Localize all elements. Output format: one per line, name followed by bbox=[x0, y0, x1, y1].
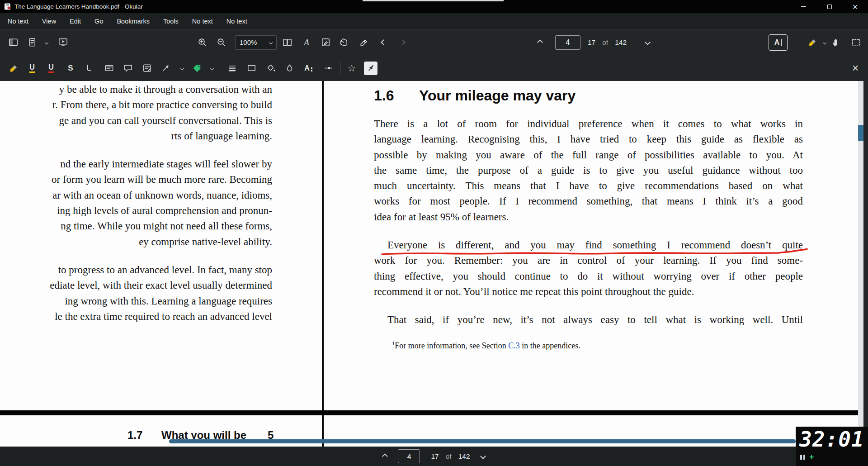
text-line: rts of language learning. bbox=[0, 128, 272, 144]
menu-file[interactable]: No text bbox=[1, 13, 35, 29]
horizontal-scrollbar-thumb[interactable] bbox=[169, 439, 796, 443]
menu-view[interactable]: View bbox=[35, 13, 63, 29]
maximize-button[interactable] bbox=[816, 0, 842, 13]
vertical-scrollbar-thumb[interactable] bbox=[858, 125, 863, 141]
window-right-edge bbox=[863, 81, 868, 447]
page-thumbnails-button[interactable] bbox=[26, 37, 38, 48]
fill-color-button[interactable] bbox=[265, 62, 277, 74]
page-thumbnails-dropdown[interactable] bbox=[41, 37, 52, 48]
text-line: the same time, the purpose of a guide is… bbox=[374, 163, 803, 178]
next-page-button-bottom[interactable] bbox=[481, 454, 485, 458]
shape-rectangle-button[interactable] bbox=[245, 62, 257, 74]
popup-note-button[interactable] bbox=[122, 62, 134, 74]
line-width-button[interactable] bbox=[226, 62, 238, 74]
annotations-button[interactable] bbox=[320, 37, 331, 48]
previous-page-button-bottom[interactable] bbox=[383, 454, 387, 458]
inline-note-icon bbox=[142, 63, 152, 73]
document-view[interactable]: y be able to make it through a conversat… bbox=[0, 81, 868, 410]
chevron-down-icon bbox=[823, 40, 826, 44]
text-line: ing high levels of aural comprehension a… bbox=[0, 203, 272, 219]
zoom-level-combobox[interactable]: 100% bbox=[235, 35, 277, 50]
next-page-button[interactable] bbox=[642, 37, 653, 48]
font-settings-button[interactable]: A bbox=[302, 62, 314, 74]
page-info-bottom: 17 of 142 bbox=[431, 452, 470, 461]
close-icon: × bbox=[853, 2, 858, 11]
page-number-input[interactable] bbox=[555, 35, 580, 50]
trim-view-button[interactable] bbox=[338, 37, 349, 48]
previous-view-button[interactable] bbox=[377, 37, 389, 48]
menu-tools[interactable]: Tools bbox=[156, 13, 185, 29]
text-line: ing wrong with this. Learning a language… bbox=[0, 294, 272, 309]
strikethrough-button[interactable]: S bbox=[65, 62, 76, 74]
pause-icon[interactable] bbox=[803, 455, 805, 460]
bottom-navigation-bar: 17 of 142 bbox=[0, 447, 868, 466]
highlighter-annotation-button[interactable] bbox=[7, 62, 19, 74]
minimize-icon bbox=[801, 6, 806, 7]
hand-tool-icon bbox=[831, 37, 842, 48]
footnote-text: For more information, see Section bbox=[395, 341, 508, 350]
chevron-left-icon bbox=[381, 39, 387, 45]
menu-go[interactable]: Go bbox=[88, 13, 110, 29]
section-title: Your mileage may vary bbox=[419, 86, 576, 105]
typewriter-tool-button[interactable]: A bbox=[769, 34, 788, 51]
timer-overlay: 32:01 + bbox=[796, 427, 868, 466]
opacity-droplet-icon bbox=[284, 63, 295, 73]
inline-note-button[interactable] bbox=[141, 62, 153, 74]
footnote-text: in the appendices. bbox=[520, 341, 580, 350]
quick-highlighter-dropdown[interactable] bbox=[819, 37, 830, 48]
titlebar-highlight-strip bbox=[363, 0, 504, 1]
close-icon: × bbox=[852, 62, 859, 74]
minimize-button[interactable] bbox=[791, 0, 816, 13]
chevron-up-icon bbox=[382, 453, 388, 459]
text-line: thing effective, you should continue to … bbox=[374, 269, 803, 284]
menu-settings[interactable]: No text bbox=[185, 13, 220, 29]
close-annotation-toolbar-button[interactable]: × bbox=[849, 62, 861, 74]
paragraph-gap bbox=[0, 250, 272, 262]
zoom-in-button[interactable] bbox=[196, 37, 208, 48]
rectangle-shape-icon bbox=[246, 63, 257, 73]
keep-tool-active-button[interactable] bbox=[364, 62, 377, 75]
chevron-down-icon bbox=[45, 40, 48, 44]
facing-pages-button[interactable] bbox=[281, 37, 293, 48]
footnote-link[interactable]: C.3 bbox=[508, 341, 520, 350]
rectangle-selection-button[interactable] bbox=[850, 37, 862, 48]
left-page-text: y be able to make it through a conversat… bbox=[0, 82, 272, 324]
text-caret-icon bbox=[781, 39, 782, 46]
highlight-tool-button[interactable] bbox=[358, 37, 369, 48]
text-line: recommend it or not. You’ll notice me re… bbox=[374, 284, 803, 300]
slider-icon bbox=[323, 63, 334, 73]
pause-icon[interactable] bbox=[800, 455, 802, 460]
timer-controls: + bbox=[800, 453, 868, 461]
squiggle-underline-button[interactable] bbox=[84, 62, 95, 74]
arrow-annotation-dropdown[interactable] bbox=[176, 62, 188, 74]
previous-page-button[interactable] bbox=[534, 37, 546, 48]
underline-red-button[interactable]: U bbox=[45, 62, 57, 74]
text-selection-button[interactable]: A bbox=[301, 37, 312, 48]
presentation-button[interactable] bbox=[57, 37, 69, 48]
menu-bookmarks[interactable]: Bookmarks bbox=[110, 13, 156, 29]
highlighter-icon bbox=[359, 37, 369, 48]
underline-yellow-button[interactable]: U bbox=[26, 62, 38, 74]
page-number-input-bottom[interactable] bbox=[398, 449, 420, 463]
arrow-annotation-button[interactable] bbox=[160, 62, 171, 74]
close-button[interactable]: × bbox=[842, 0, 868, 13]
paragraph-gap bbox=[0, 144, 272, 157]
menu-edit[interactable]: Edit bbox=[63, 13, 88, 29]
okular-window: The Language Learners Handbook.pdf - Oku… bbox=[0, 0, 868, 466]
favorite-annotations-button[interactable]: ☆ bbox=[346, 62, 358, 74]
next-view-button[interactable] bbox=[396, 37, 408, 48]
stamp-annotation-button[interactable] bbox=[191, 62, 203, 74]
text-line: works for most people. If I recommend so… bbox=[374, 194, 803, 209]
quick-highlighter-button[interactable] bbox=[806, 37, 818, 48]
chevron-right-icon bbox=[400, 39, 406, 45]
browse-hand-button[interactable] bbox=[830, 37, 842, 48]
stroke-width-slider-button[interactable] bbox=[322, 62, 334, 74]
stamp-annotation-dropdown[interactable] bbox=[206, 62, 218, 74]
opacity-button[interactable] bbox=[283, 62, 295, 74]
plus-icon[interactable]: + bbox=[809, 453, 814, 461]
menu-help[interactable]: No text bbox=[220, 13, 254, 29]
page-row-gap bbox=[0, 410, 858, 415]
sidebar-toggle-button[interactable] bbox=[7, 37, 19, 48]
typewriter-annotation-button[interactable] bbox=[103, 62, 115, 74]
zoom-out-button[interactable] bbox=[215, 37, 227, 48]
